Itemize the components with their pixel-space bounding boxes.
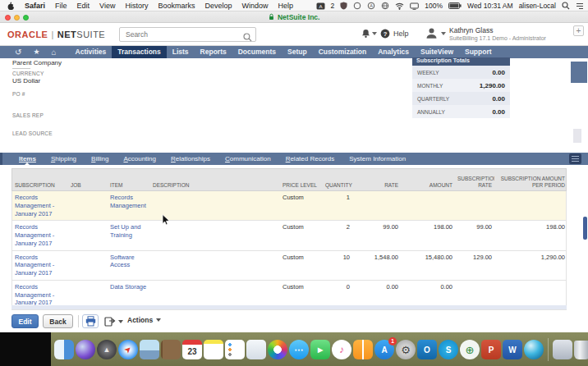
- totals-row-quarterly: QUARTERLY 0.00: [412, 92, 510, 105]
- nav-lists[interactable]: Lists: [167, 46, 195, 58]
- reminders-icon[interactable]: [225, 340, 245, 359]
- downloads-folder-icon[interactable]: [553, 340, 572, 359]
- facetime-icon[interactable]: ▶: [310, 340, 330, 359]
- menubar-app-name[interactable]: Safari: [25, 2, 45, 10]
- print-button[interactable]: [82, 314, 99, 328]
- subtab-relationships[interactable]: Relationships: [163, 153, 218, 165]
- global-search-input[interactable]: [124, 29, 239, 40]
- shield-icon[interactable]: [340, 2, 347, 10]
- display-icon[interactable]: [410, 2, 419, 10]
- search-icon[interactable]: [243, 30, 252, 45]
- divider: [0, 153, 2, 165]
- shortcuts-star-icon[interactable]: ★: [33, 46, 39, 58]
- global-search[interactable]: [119, 27, 256, 42]
- notes-icon[interactable]: [204, 340, 223, 359]
- subtab-shipping[interactable]: Shipping: [44, 153, 84, 165]
- user-menu[interactable]: Kathryn Glass SuiteBilling 17.1 Demo - A…: [425, 27, 546, 42]
- siri-icon[interactable]: [76, 340, 95, 359]
- nav-documents[interactable]: Documents: [232, 46, 282, 58]
- battery-icon[interactable]: [448, 2, 462, 9]
- subscription-link[interactable]: Records Management - January 2017: [15, 254, 54, 277]
- powerpoint-icon[interactable]: P: [481, 340, 501, 359]
- menubar-clock[interactable]: Wed 10:31 AM: [467, 2, 513, 10]
- teamviewer-icon[interactable]: [524, 340, 544, 359]
- subtab-system-information[interactable]: System Information: [342, 153, 413, 165]
- recents-icon[interactable]: ↺: [15, 46, 21, 58]
- home-icon[interactable]: ⌂: [51, 46, 56, 58]
- help-menu[interactable]: ? Help: [380, 29, 409, 39]
- notifications-menu[interactable]: [361, 29, 377, 39]
- safari-icon[interactable]: ➤: [118, 340, 138, 359]
- item-link[interactable]: Records Management: [110, 194, 146, 209]
- assistant-icon[interactable]: A: [367, 2, 375, 10]
- preview-icon[interactable]: [140, 340, 159, 359]
- subtab-billing[interactable]: Billing: [84, 153, 116, 165]
- netsuite-header: ORACLE|NETSUITE ? Help Kathryn Glass Sui…: [0, 23, 588, 46]
- photos-icon[interactable]: [268, 340, 287, 359]
- subtab-items[interactable]: Items: [11, 153, 44, 165]
- col-rate: RATE: [352, 181, 401, 190]
- nav-activities[interactable]: Activities: [70, 46, 113, 58]
- menubar-edit[interactable]: Edit: [77, 2, 90, 10]
- subtab-menu-icon[interactable]: [569, 153, 581, 164]
- skype-icon[interactable]: S: [439, 340, 458, 359]
- export-menu[interactable]: [104, 316, 123, 327]
- menubar-history[interactable]: History: [125, 2, 148, 10]
- nav-customization[interactable]: Customization: [313, 46, 373, 58]
- notification-center-icon[interactable]: [576, 2, 584, 10]
- trash-icon[interactable]: [574, 341, 588, 359]
- nav-setup[interactable]: Setup: [282, 46, 313, 58]
- wifi-icon[interactable]: [395, 2, 404, 10]
- image-capture-icon[interactable]: [246, 340, 266, 359]
- nav-transactions[interactable]: Transactions: [112, 46, 166, 58]
- collapsed-panel-tab[interactable]: [571, 62, 587, 83]
- nav-reports[interactable]: Reports: [195, 46, 232, 58]
- menubar-file[interactable]: File: [55, 2, 67, 10]
- finder-icon[interactable]: [54, 340, 74, 359]
- menubar-help[interactable]: Help: [278, 2, 293, 10]
- spotlight-search-icon[interactable]: [562, 2, 570, 10]
- books-icon[interactable]: [353, 340, 373, 359]
- item-link[interactable]: Data Storage: [110, 283, 146, 291]
- actions-menu[interactable]: Actions: [127, 316, 161, 324]
- anyconnect-icon[interactable]: ⊕: [460, 340, 480, 359]
- subscription-link[interactable]: Records Management - January 2017: [15, 223, 54, 247]
- menubar-device-name[interactable]: alisen-Local: [519, 2, 556, 10]
- nav-suiteview[interactable]: SuiteView: [415, 46, 459, 58]
- globe-icon[interactable]: [381, 2, 389, 10]
- new-tab-button[interactable]: +: [573, 25, 584, 36]
- menubar-window[interactable]: Window: [241, 2, 268, 10]
- menubar-view[interactable]: View: [99, 2, 115, 10]
- scrollbar-thumb[interactable]: [583, 217, 587, 240]
- menubar-develop[interactable]: Develop: [204, 2, 232, 10]
- back-button[interactable]: Back: [43, 314, 73, 328]
- launchpad-icon[interactable]: ▲: [97, 340, 117, 359]
- subtab-related-records[interactable]: Related Records: [278, 153, 342, 165]
- subscription-link[interactable]: Records Management - January 2017: [15, 194, 54, 217]
- app-store-icon[interactable]: A1: [374, 340, 394, 359]
- calendar-icon[interactable]: 23: [182, 340, 202, 359]
- contacts-icon[interactable]: [161, 340, 181, 359]
- netsuite-logo[interactable]: ORACLE|NETSUITE: [7, 30, 105, 39]
- word-icon[interactable]: W: [503, 340, 522, 359]
- item-link[interactable]: Software Access: [110, 254, 135, 269]
- subtab-accounting[interactable]: Accounting: [116, 153, 163, 165]
- system-preferences-icon[interactable]: ⚙: [396, 340, 416, 359]
- input-source-icon[interactable]: A: [316, 2, 325, 10]
- annually-label: ANNUALLY: [417, 109, 445, 115]
- sync-circle-icon[interactable]: [353, 2, 361, 10]
- menubar-bookmarks[interactable]: Bookmarks: [158, 2, 195, 10]
- subtab-communication[interactable]: Communication: [218, 153, 278, 165]
- outlook-icon[interactable]: O: [417, 340, 437, 359]
- apple-menu-icon[interactable]: [7, 2, 15, 10]
- itunes-icon[interactable]: ♪: [332, 340, 351, 359]
- messages-icon[interactable]: ⋯: [289, 340, 309, 359]
- nav-support[interactable]: Support: [459, 46, 498, 58]
- col-subscription: SUBSCRIPTION: [12, 181, 68, 190]
- edit-button[interactable]: Edit: [11, 314, 39, 328]
- item-link[interactable]: Set Up and Training: [110, 223, 141, 239]
- nav-analytics[interactable]: Analytics: [372, 46, 415, 58]
- subscription-link[interactable]: Records Management - January 2017: [15, 283, 54, 307]
- site-security-badge[interactable]: NetSuite Inc.: [0, 13, 588, 21]
- subscription-amount-cell: [494, 191, 567, 220]
